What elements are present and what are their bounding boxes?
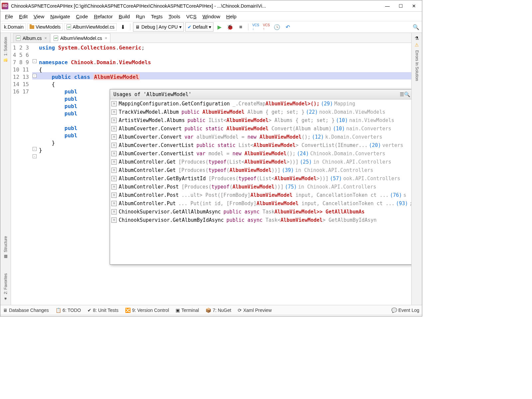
- close-icon[interactable]: ×: [104, 36, 107, 41]
- vcs-update-button[interactable]: VCS↓: [251, 22, 260, 32]
- menu-refactor[interactable]: Refactor: [91, 13, 115, 20]
- usage-row[interactable]: ⎘TrackViewModel.Albumpublic AlbumViewMod…: [110, 108, 411, 116]
- usage-row[interactable]: ⎘AlbumController.Get[Produces(typeof(Lis…: [110, 158, 411, 166]
- usage-row[interactable]: ⎘ChinookSupervisor.GetAllAlbumAsyncpubli…: [110, 207, 411, 216]
- menu-bar: File Edit View Navigate Code Refactor Bu…: [0, 12, 422, 21]
- tw-version-control[interactable]: 🔀 9: Version Control: [125, 308, 169, 313]
- menu-build[interactable]: Build: [116, 13, 132, 20]
- usage-icon: ⎘: [111, 217, 117, 223]
- code-editor[interactable]: 1 2 3 4 5 6 7 8 9 10 11 12 13 14 15 16 1…: [11, 43, 411, 305]
- warning-indicator[interactable]: ⚠: [415, 42, 419, 48]
- usage-icon: ⎘: [111, 193, 117, 198]
- menu-code[interactable]: Code: [73, 13, 91, 20]
- usage-row[interactable]: ⎘AlbumController.GetByArtistId[Produces(…: [110, 174, 411, 183]
- menu-window[interactable]: Window: [200, 13, 223, 20]
- usage-path: Mapping: [334, 101, 355, 107]
- status-bar: ▭ Chinook.Domain 5:18 CRLF ≑ UTF-8 ≑ Git…: [0, 315, 422, 317]
- left-tool-rail: 📁1: Solution ▦Structure ★2: Favorites: [0, 33, 11, 305]
- usage-path: in Chinook.API.Controllers: [313, 159, 391, 165]
- folding-gutter[interactable]: - - - -: [32, 43, 38, 305]
- usage-line: (10): [336, 117, 348, 123]
- target-dropdown[interactable]: ✔ Default ▾: [185, 22, 213, 32]
- usage-row[interactable]: ⎘ArtistViewModel.Albumspublic IList<Albu…: [110, 116, 411, 124]
- stop-button[interactable]: ■: [236, 22, 245, 32]
- usage-code: public async Task<AlbumViewModel> GetAlb…: [226, 217, 377, 223]
- menu-vcs[interactable]: VCS: [184, 13, 199, 20]
- usage-line: (93): [396, 200, 408, 206]
- bottom-tool-window-bar: 🖥 Database Changes 📋 6: TODO ✔ 8: Unit T…: [0, 305, 422, 315]
- menu-tests[interactable]: Tests: [148, 13, 165, 20]
- usage-line: (76): [390, 192, 402, 198]
- menu-navigate[interactable]: Navigate: [48, 13, 72, 20]
- solution-tool-tab[interactable]: 📁1: Solution: [2, 33, 9, 67]
- usage-row[interactable]: ⎘AlbumCoverter.ConvertListpublic static …: [110, 141, 411, 149]
- tw-event-log[interactable]: 💬 Event Log: [391, 308, 419, 313]
- menu-tools[interactable]: Tools: [166, 13, 183, 20]
- breadcrumb-file[interactable]: c#AlbumViewModel.cs: [64, 23, 117, 31]
- menu-edit[interactable]: Edit: [16, 13, 30, 20]
- history-button[interactable]: 🕓: [272, 22, 282, 32]
- usages-settings-icon[interactable]: ☰🔍: [400, 91, 410, 97]
- tw-terminal[interactable]: ▣ Terminal: [176, 308, 199, 313]
- tw-database-changes[interactable]: 🖥 Database Changes: [3, 308, 49, 313]
- usage-code: [Produces(typeof(AlbumViewModel))]: [182, 184, 284, 190]
- usage-row[interactable]: ⎘ChinookSupervisor.GetAlbumByIdAsyncpubl…: [110, 216, 411, 224]
- maximize-button[interactable]: ☐: [394, 1, 407, 11]
- usage-line: (24): [297, 151, 309, 157]
- usage-icon: ⎘: [111, 118, 117, 123]
- usage-row[interactable]: ⎘AlbumController.Post...ult> Post([FromB…: [110, 191, 411, 199]
- editor-tabs: c#Album.cs× c#AlbumViewModel.cs×: [11, 33, 411, 43]
- usage-row[interactable]: ⎘AlbumCoverter.ConvertListvar model = ne…: [110, 149, 411, 158]
- usage-icon: ⎘: [111, 184, 117, 190]
- usage-row[interactable]: ⎘AlbumController.Post[Produces(typeof(Al…: [110, 183, 411, 191]
- usage-code: public IList<AlbumViewModel> Albums { ge…: [188, 117, 335, 123]
- undo-button[interactable]: ↶: [283, 22, 292, 32]
- flask-icon[interactable]: ⚗: [413, 34, 420, 42]
- tab-albumviewmodel[interactable]: c#AlbumViewModel.cs×: [51, 33, 110, 43]
- run-button[interactable]: ▶: [215, 22, 224, 32]
- usage-row[interactable]: ⎘AlbumController.Get[Produces(typeof(Alb…: [110, 166, 411, 174]
- usage-line: (29): [321, 101, 333, 107]
- usage-line: (75): [285, 184, 297, 190]
- structure-tool-tab[interactable]: ▦Structure: [2, 232, 9, 263]
- debug-button[interactable]: 🐞: [225, 22, 235, 32]
- breadcrumb-folder[interactable]: ViewModels: [27, 23, 63, 31]
- tw-unit-tests[interactable]: ✔ 8: Unit Tests: [87, 308, 118, 313]
- breadcrumb-module[interactable]: k.Domain: [2, 23, 26, 31]
- search-everywhere-button[interactable]: 🔍: [411, 22, 421, 32]
- run-configuration-dropdown[interactable]: 🖥 Debug | Any CPU ▾: [133, 22, 184, 32]
- errors-tool-tab[interactable]: Errors In Solution: [413, 48, 421, 84]
- usage-row[interactable]: ⎘AlbumController.Put... Put(int id, [Fro…: [110, 199, 411, 207]
- usage-code: _.CreateMapAlbumViewModel>();: [232, 101, 320, 107]
- tab-album[interactable]: c#Album.cs×: [13, 33, 50, 43]
- menu-file[interactable]: File: [2, 13, 16, 20]
- usage-row[interactable]: ⎘MappingConfiguration.GetConfiguration_.…: [110, 99, 411, 108]
- usage-name: TrackViewModel.Album: [119, 109, 179, 115]
- menu-run[interactable]: Run: [133, 13, 148, 20]
- usage-row[interactable]: ⎘AlbumCoverter.Convertvar albumViewModel…: [110, 133, 411, 141]
- main-area: 📁1: Solution ▦Structure ★2: Favorites c#…: [0, 33, 422, 305]
- usage-path: in Chinook.API.Controllers: [298, 184, 376, 190]
- usage-row[interactable]: ⎘AlbumCoverter.Convertpublic static Albu…: [110, 124, 411, 133]
- menu-view[interactable]: View: [31, 13, 47, 20]
- close-icon[interactable]: ×: [44, 36, 47, 41]
- build-solution-button[interactable]: ⬇: [118, 22, 127, 32]
- usage-icon: ⎘: [111, 209, 117, 214]
- vcs-commit-button[interactable]: VCS↑: [262, 22, 271, 32]
- line-gutter: 1 2 3 4 5 6 7 8 9 10 11 12 13 14 15 16 1…: [11, 43, 32, 305]
- favorites-tool-tab[interactable]: ★2: Favorites: [2, 269, 9, 305]
- tw-nuget[interactable]: 📦 7: NuGet: [205, 308, 231, 313]
- tw-todo[interactable]: 📋 6: TODO: [56, 308, 81, 313]
- usage-name: ChinookSupervisor.GetAllAlbumAsync: [119, 209, 221, 215]
- usages-list[interactable]: ⎘MappingConfiguration.GetConfiguration_.…: [110, 99, 411, 264]
- usage-name: AlbumCoverter.Convert: [119, 126, 182, 132]
- usage-path: ook.API.Controllers: [343, 176, 400, 182]
- minimize-button[interactable]: —: [381, 1, 394, 11]
- app-icon: RD: [2, 3, 8, 9]
- tw-xaml-preview[interactable]: ⟳ Xaml Preview: [238, 308, 272, 313]
- csharp-file-icon: c#: [16, 36, 21, 41]
- usage-code: [Produces(typeof(AlbumViewModel))]: [179, 167, 281, 173]
- right-tool-rail: ⚗ ⚠ Errors In Solution: [411, 33, 422, 305]
- menu-help[interactable]: Help: [223, 13, 239, 20]
- close-button[interactable]: ✕: [407, 1, 421, 11]
